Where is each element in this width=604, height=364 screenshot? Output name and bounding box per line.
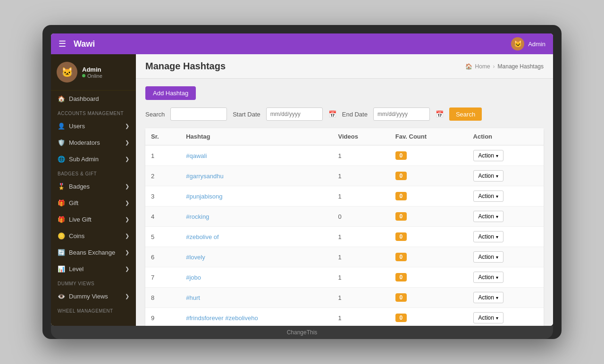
sidebar: 🐱 Admin Online 🏠 Dashboard [51,54,136,326]
filter-row: Search Start Date 📅 End Date 📅 Search [145,108,544,121]
action-button[interactable]: Action [473,292,503,303]
hashtag-link[interactable]: #garrysandhu [186,173,224,180]
hashtag-link[interactable]: #rocking [186,213,209,220]
cell-fav-count: 0 [390,166,468,186]
cell-action: Action [468,145,544,166]
page-title: Manage Hashtags [145,61,226,72]
fav-badge: 0 [395,151,407,160]
cell-action: Action [468,207,544,227]
table-row: 3 #punjabisong 1 0 Action [145,186,544,207]
cell-sr: 4 [145,207,180,227]
cell-action: Action [468,186,544,207]
hashtag-link[interactable]: #lovely [186,254,205,261]
cell-hashtag: #garrysandhu [180,166,332,186]
beans-icon: 🔄 [58,249,65,256]
sidebar-item-coins[interactable]: 🪙 Coins ❯ [51,228,136,244]
cell-fav-count: 0 [390,145,468,166]
hashtag-link[interactable]: #jobo [186,274,201,281]
cell-videos: 1 [333,227,390,247]
cell-sr: 9 [145,308,180,326]
table-row: 1 #qawali 1 0 Action [145,145,544,166]
action-dropdown: Action [473,150,503,161]
sidebar-item-moderators[interactable]: 🛡️ Moderators ❯ [51,134,136,151]
table-row: 6 #lovely 1 0 Action [145,247,544,267]
dummy-section-label: Dummy Views [51,277,136,288]
action-button[interactable]: Action [473,251,503,263]
cell-action: Action [468,227,544,247]
sidebar-item-subadmin[interactable]: 🌐 Sub Admin ❯ [51,151,136,167]
table-row: 8 #hurt 1 0 Action [145,288,544,308]
cell-action: Action [468,247,544,267]
cell-fav-count: 0 [390,267,468,288]
hashtag-link[interactable]: #zebolive of [186,233,218,240]
action-button[interactable]: Action [473,190,503,202]
sidebar-item-level[interactable]: 📊 Level ❯ [51,261,136,277]
sidebar-item-users[interactable]: 👤 Users ❯ [51,118,136,134]
content-area: Manage Hashtags 🏠 Home › Manage Hashtags… [136,54,553,326]
action-button[interactable]: Action [473,211,503,222]
fav-badge: 0 [395,232,407,241]
end-date-input[interactable] [373,108,430,121]
moderators-icon: 🛡️ [58,139,65,146]
accounts-section-label: ACCOUNTS MANAGEMENT [51,107,136,118]
table-row: 2 #garrysandhu 1 0 Action [145,166,544,186]
start-date-label: Start Date [233,111,260,118]
cell-videos: 1 [333,247,390,267]
action-dropdown: Action [473,170,503,182]
cell-hashtag: #zebolive of [180,227,332,247]
search-input[interactable] [170,108,227,121]
cell-fav-count: 0 [390,227,468,247]
sidebar-item-badges[interactable]: 🎖️ Badges ❯ [51,178,136,195]
col-sr: Sr. [145,128,180,145]
cell-hashtag: #jobo [180,267,332,288]
breadcrumb-home: Home [475,63,490,70]
hashtag-link[interactable]: #hurt [186,294,200,301]
col-action: Action [468,128,544,145]
calendar-icon-end: 📅 [436,110,444,118]
action-dropdown: Action [473,251,503,263]
sidebar-item-beans[interactable]: 🔄 Beans Exchange ❯ [51,244,136,261]
hashtag-link[interactable]: #frindsforever #zeboliveho [186,314,258,322]
cell-action: Action [468,308,544,326]
cell-fav-count: 0 [390,308,468,326]
hashtag-link[interactable]: #qawali [186,152,207,159]
action-button[interactable]: Action [473,312,503,323]
hashtag-link[interactable]: #punjabisong [186,193,222,200]
col-fav-count: Fav. Count [390,128,468,145]
admin-label: Admin [528,41,545,48]
cell-hashtag: #frindsforever #zeboliveho [180,308,332,326]
cell-hashtag: #rocking [180,207,332,227]
cell-sr: 2 [145,166,180,186]
fav-badge: 0 [395,314,407,322]
table-row: 7 #jobo 1 0 Action [145,267,544,288]
action-button[interactable]: Action [473,231,503,242]
cell-videos: 1 [333,166,390,186]
fav-badge: 0 [395,293,407,302]
sidebar-item-gift[interactable]: 🎁 Gift ❯ [51,195,136,211]
sidebar-profile: 🐱 Admin Online [51,54,136,91]
start-date-input[interactable] [266,108,323,121]
add-hashtag-button[interactable]: Add Hashtag [145,86,196,100]
action-dropdown: Action [473,211,503,222]
top-navbar: ☰ Wawi 🐱 Admin [51,33,553,54]
online-dot [82,74,85,77]
cell-videos: 1 [333,288,390,308]
admin-avatar: 🐱 [511,37,524,50]
cell-videos: 1 [333,186,390,207]
cell-fav-count: 0 [390,247,468,267]
breadcrumb-separator: › [493,63,495,70]
user-menu[interactable]: 🐱 Admin [511,37,545,50]
sidebar-item-livegift[interactable]: 🎁 Live Gift ❯ [51,211,136,228]
action-button[interactable]: Action [473,272,503,283]
cell-hashtag: #punjabisong [180,186,332,207]
fav-badge: 0 [395,212,407,221]
action-button[interactable]: Action [473,150,503,161]
sidebar-item-dashboard[interactable]: 🏠 Dashboard [51,91,136,107]
sidebar-item-dummyviews[interactable]: 👁️ Dummy Views ❯ [51,288,136,305]
action-button[interactable]: Action [473,170,503,182]
search-label: Search [145,111,165,118]
subadmin-arrow: ❯ [125,156,129,162]
cell-sr: 6 [145,247,180,267]
search-button[interactable]: Search [449,108,482,121]
hamburger-icon[interactable]: ☰ [59,39,66,49]
